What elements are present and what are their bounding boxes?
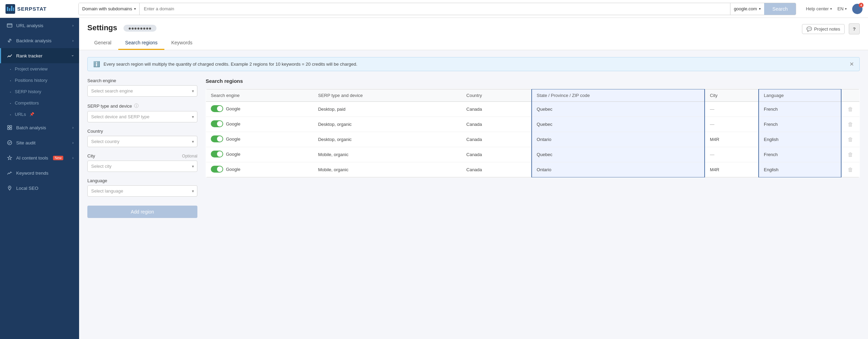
delete-row-button[interactable]: 🗑 [846, 120, 855, 129]
search-engine-select[interactable]: google.com ▾ [730, 3, 764, 15]
cell-language: English [759, 132, 841, 147]
expand-arrow-icon: › [72, 156, 74, 160]
two-column-layout: Search engine Select search engine SERP … [87, 78, 860, 218]
cell-state: Quebec [532, 102, 705, 117]
cell-serp: Mobile, organic [313, 162, 462, 177]
domain-type-select[interactable]: Domain with subdomains ▾ [79, 3, 140, 15]
row-toggle[interactable] [211, 151, 223, 157]
notes-icon: 💬 [806, 26, 812, 32]
page-header-right: 💬 Project notes ? [802, 23, 860, 39]
pin-icon: 📌 [30, 112, 34, 117]
svg-rect-2 [9, 8, 10, 11]
col-header-state: State / Province / ZIP code [532, 89, 705, 102]
col-header-language: Language [759, 89, 841, 102]
svg-rect-3 [11, 6, 12, 11]
delete-row-button[interactable]: 🗑 [846, 135, 855, 144]
page-title: Settings ●●●●●●●● [87, 23, 199, 36]
tab-keywords[interactable]: Keywords [164, 36, 199, 50]
sidebar-sub-label: Positions history [15, 78, 47, 83]
dash: — [710, 122, 714, 127]
row-toggle[interactable] [211, 105, 223, 112]
expand-arrow-icon: › [71, 55, 75, 56]
sidebar-item-positions-history[interactable]: Positions history [10, 75, 79, 86]
sidebar-item-ai-content-tools[interactable]: AI content tools New › [0, 150, 79, 165]
add-region-button[interactable]: Add region [87, 206, 197, 218]
city-optional-label: Optional [182, 154, 197, 158]
sidebar-label: Site audit [16, 140, 35, 145]
url-analysis-icon [7, 22, 13, 29]
sidebar-item-project-overview[interactable]: Project overview [10, 63, 79, 75]
info-banner: ℹ️ Every search region will multiply the… [87, 57, 860, 71]
sidebar-label: Batch analysis [16, 125, 46, 130]
sidebar-item-url-analysis[interactable]: URL analysis › [0, 18, 79, 33]
cell-engine: Google [206, 117, 313, 132]
serp-type-field: SERP type and device ⓘ Select device and… [87, 103, 197, 122]
tab-bar: General Search regions Keywords [87, 36, 199, 50]
sidebar-item-competitors[interactable]: Competitors [10, 97, 79, 109]
table-row: Google Desktop, paid Canada Quebec — Fre… [206, 102, 860, 117]
city-select[interactable]: Select city [87, 161, 197, 172]
search-regions-title: Search regions [206, 78, 860, 84]
sidebar-label: Keyword trends [16, 171, 48, 176]
city-label: City Optional [87, 153, 197, 158]
page-header: Settings ●●●●●●●● General Search regions… [79, 18, 868, 50]
row-toggle[interactable] [211, 120, 223, 127]
tab-search-regions[interactable]: Search regions [118, 36, 164, 50]
sidebar-item-keyword-trends[interactable]: Keyword trends [0, 165, 79, 181]
search-bar: Domain with subdomains ▾ google.com ▾ Se… [78, 3, 796, 15]
chevron-down-icon: ▾ [759, 7, 761, 11]
chevron-down-icon: ▾ [830, 7, 832, 11]
sidebar-sub-label: URLs [15, 112, 26, 117]
sidebar-label: Local SEO [16, 186, 39, 191]
table-row: Google Desktop, organic Canada Ontario M… [206, 132, 860, 147]
info-icon: ℹ️ [93, 61, 100, 67]
serp-type-help-icon[interactable]: ⓘ [134, 103, 139, 109]
tab-general[interactable]: General [87, 36, 118, 50]
language-select[interactable]: Select language [87, 185, 197, 197]
language-select[interactable]: EN ▾ [837, 6, 847, 11]
expand-arrow-icon: › [72, 39, 74, 43]
svg-rect-4 [13, 8, 14, 11]
cell-city: — [705, 117, 759, 132]
close-banner-button[interactable]: ✕ [849, 61, 854, 67]
delete-row-button[interactable]: 🗑 [846, 150, 855, 159]
new-badge: New [53, 156, 63, 160]
project-notes-button[interactable]: 💬 Project notes [802, 24, 845, 34]
chevron-down-icon: ▾ [134, 7, 136, 11]
right-column-table: Search regions Search engine SERP type a… [206, 78, 860, 218]
sidebar-item-batch-analysis[interactable]: Batch analysis › [0, 120, 79, 135]
sidebar-item-backlink-analysis[interactable]: Backlink analysis › [0, 33, 79, 48]
expand-arrow-icon: › [72, 125, 74, 130]
serpstat-logo-icon [6, 4, 15, 14]
city-field: City Optional Select city [87, 153, 197, 172]
sidebar-label: URL analysis [16, 23, 43, 28]
cell-engine: Google [206, 102, 313, 117]
batch-analysis-icon [7, 124, 13, 131]
country-select[interactable]: Select country [87, 136, 197, 147]
search-engine-select[interactable]: Select search engine [87, 85, 197, 97]
help-button[interactable]: ? [849, 23, 860, 34]
sidebar-item-serp-history[interactable]: SERP history [10, 86, 79, 97]
sidebar-item-urls[interactable]: URLs 📌 [10, 109, 79, 120]
user-avatar[interactable]: 4 [852, 4, 862, 14]
help-center-link[interactable]: Help center ▾ [806, 6, 832, 11]
domain-search-input[interactable] [140, 6, 730, 11]
cell-delete: 🗑 [841, 147, 860, 162]
row-toggle[interactable] [211, 135, 223, 142]
svg-rect-7 [10, 125, 12, 127]
search-button[interactable]: Search [764, 3, 796, 15]
delete-row-button[interactable]: 🗑 [846, 165, 855, 174]
sidebar-item-site-audit[interactable]: Site audit › [0, 135, 79, 150]
sidebar-item-local-seo[interactable]: Local SEO [0, 181, 79, 196]
ai-content-icon [7, 155, 13, 161]
cell-country: Canada [462, 102, 532, 117]
col-header-city: City [705, 89, 759, 102]
row-toggle[interactable] [211, 166, 223, 173]
search-engine-select-wrapper: Select search engine [87, 85, 197, 97]
cell-city: — [705, 147, 759, 162]
sidebar-item-rank-tracker[interactable]: Rank tracker › [0, 48, 79, 63]
serp-type-select[interactable]: Select device and SERP type [87, 111, 197, 122]
svg-point-11 [9, 187, 10, 188]
delete-row-button[interactable]: 🗑 [846, 105, 855, 113]
local-seo-icon [7, 185, 13, 191]
